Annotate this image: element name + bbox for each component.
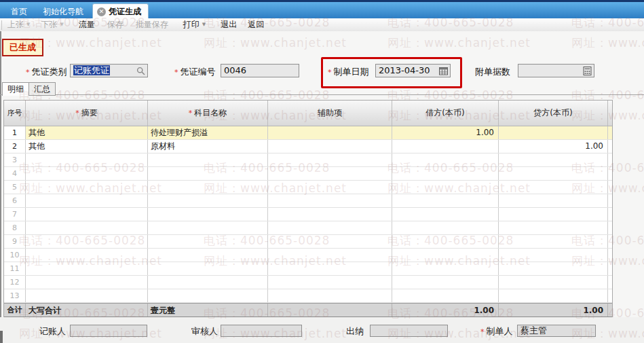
cell-credit[interactable] — [499, 235, 608, 248]
table-row[interactable]: 13 — [4, 289, 612, 303]
cell-credit[interactable] — [499, 181, 608, 194]
cashier-input[interactable] — [370, 325, 448, 337]
cell-aux[interactable] — [268, 154, 392, 166]
cell-summary[interactable]: 其他 — [26, 126, 148, 139]
cell-summary[interactable] — [26, 194, 148, 207]
cell-summary[interactable] — [26, 235, 148, 248]
magnifier-icon[interactable] — [136, 67, 145, 75]
cell-account[interactable] — [148, 249, 268, 261]
close-tab-icon[interactable]: ✕ — [97, 7, 106, 16]
voucher-type-input[interactable]: 记账凭证 — [70, 64, 148, 77]
table-row[interactable]: 5 — [4, 181, 612, 194]
cell-account[interactable]: 原材料 — [148, 140, 268, 153]
attachments-input[interactable] — [518, 64, 594, 77]
previous-voucher-button[interactable]: 上张▼ — [7, 19, 30, 31]
reviewer-input[interactable] — [221, 325, 302, 337]
cell-credit[interactable] — [499, 194, 608, 207]
cell-aux[interactable] — [268, 208, 392, 221]
cell-account[interactable] — [148, 154, 268, 166]
doc-date-input[interactable]: 2013-04-30 — [375, 64, 451, 77]
cell-credit[interactable] — [499, 126, 608, 139]
cell-account[interactable] — [148, 276, 268, 289]
tab-detail[interactable]: 明细 — [2, 82, 29, 96]
cell-debit[interactable] — [392, 262, 499, 275]
cell-aux[interactable] — [268, 194, 392, 207]
cell-account[interactable] — [148, 262, 268, 275]
cell-aux[interactable] — [268, 221, 392, 234]
cell-summary[interactable] — [26, 167, 148, 180]
bookkeeper-input[interactable] — [70, 325, 147, 337]
tab-summary[interactable]: 汇总 — [29, 82, 56, 96]
cell-aux[interactable] — [268, 167, 392, 180]
cell-debit[interactable] — [392, 140, 499, 153]
next-voucher-button[interactable]: 下张▼ — [41, 19, 63, 31]
cell-summary[interactable] — [26, 181, 148, 194]
cell-debit[interactable] — [392, 221, 499, 234]
cell-summary[interactable] — [26, 154, 148, 166]
table-row[interactable]: 2其他原材料1.00 — [4, 140, 612, 154]
cell-summary[interactable] — [26, 262, 148, 275]
tab-voucher-generation[interactable]: ✕凭证生成 — [92, 3, 149, 19]
cell-summary[interactable] — [26, 289, 148, 302]
table-row[interactable]: 12 — [4, 276, 612, 289]
tab-init-navigation[interactable]: 初始化导航 — [37, 5, 89, 18]
preparer-input[interactable]: 蔡主管 — [517, 325, 596, 337]
cell-account[interactable]: 待处理财产损溢 — [148, 126, 268, 139]
cell-debit[interactable] — [392, 154, 499, 166]
cell-account[interactable] — [148, 208, 268, 221]
table-row[interactable]: 1其他待处理财产损溢1.00 — [4, 126, 612, 140]
cell-aux[interactable] — [268, 249, 392, 261]
cell-summary[interactable] — [26, 221, 148, 234]
calendar-icon[interactable] — [439, 67, 448, 75]
exit-button[interactable]: 退出 — [221, 19, 237, 31]
cell-aux[interactable] — [268, 235, 392, 248]
cell-aux[interactable] — [268, 262, 392, 275]
cell-summary[interactable] — [26, 208, 148, 221]
calculator-icon[interactable] — [583, 67, 592, 75]
cell-debit[interactable] — [392, 249, 499, 261]
cell-summary[interactable]: 其他 — [26, 140, 148, 153]
cell-summary[interactable] — [26, 276, 148, 289]
cell-credit[interactable] — [499, 262, 608, 275]
batch-save-button[interactable]: 批量保存 — [136, 19, 168, 31]
tab-home[interactable]: 首页 — [5, 5, 33, 18]
cell-aux[interactable] — [268, 181, 392, 194]
table-row[interactable]: 3 — [4, 154, 612, 167]
cell-debit[interactable] — [392, 235, 499, 248]
cell-debit[interactable] — [392, 181, 499, 194]
table-row[interactable]: 10 — [4, 249, 612, 262]
cell-account[interactable] — [148, 235, 268, 248]
table-row[interactable]: 6 — [4, 194, 612, 208]
cell-summary[interactable] — [26, 249, 148, 261]
cell-debit[interactable] — [392, 276, 499, 289]
cell-debit[interactable] — [392, 167, 499, 180]
cell-credit[interactable] — [499, 208, 608, 221]
cell-credit[interactable] — [499, 276, 608, 289]
cell-credit[interactable]: 1.00 — [499, 140, 608, 153]
cell-credit[interactable] — [499, 221, 608, 234]
table-row[interactable]: 4 — [4, 167, 612, 181]
cell-account[interactable] — [148, 181, 268, 194]
cell-aux[interactable] — [268, 140, 392, 153]
cell-account[interactable] — [148, 221, 268, 234]
cell-aux[interactable] — [268, 289, 392, 302]
cell-debit[interactable] — [392, 289, 499, 302]
cell-credit[interactable] — [499, 249, 608, 261]
table-row[interactable]: 9 — [4, 235, 612, 249]
cash-flow-button[interactable]: 流量 — [79, 19, 95, 31]
cell-account[interactable] — [148, 167, 268, 180]
table-row[interactable]: 8 — [4, 221, 612, 235]
back-button[interactable]: 返回 — [248, 19, 264, 31]
table-row[interactable]: 11 — [4, 262, 612, 276]
save-button[interactable]: 保存 — [107, 19, 124, 31]
cell-credit[interactable] — [499, 289, 608, 302]
cell-account[interactable] — [148, 289, 268, 302]
cell-aux[interactable] — [268, 276, 392, 289]
cell-account[interactable] — [148, 194, 268, 207]
table-row[interactable]: 7 — [4, 208, 612, 221]
cell-credit[interactable] — [499, 154, 608, 166]
cell-aux[interactable] — [268, 126, 392, 139]
print-button[interactable]: 打印▼ — [183, 19, 206, 31]
cell-debit[interactable] — [392, 194, 499, 207]
cell-debit[interactable] — [392, 208, 499, 221]
